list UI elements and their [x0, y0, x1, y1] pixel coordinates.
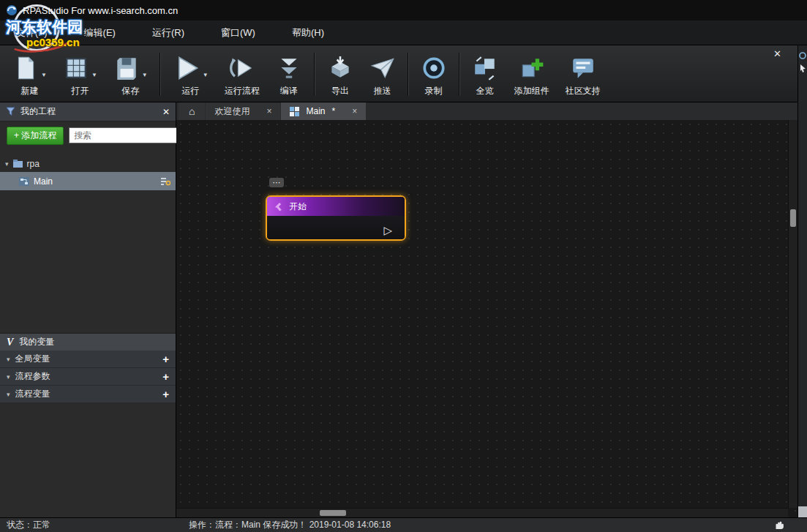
var-group-flow-label: 流程变量 — [15, 388, 50, 400]
app-window: RPAStudio For www.i-search.com.cn 文件(F) … — [0, 0, 807, 532]
new-button[interactable]: ▼ 新建 — [4, 48, 55, 100]
open-button[interactable]: ▼ 打开 — [55, 48, 105, 100]
variables-panel-title: 我的变量 — [19, 336, 54, 348]
var-group-global[interactable]: ▾ 全局变量 + — [0, 351, 176, 368]
run-flow-button[interactable]: 运行流程 — [217, 48, 268, 100]
add-global-variable-button[interactable]: + — [162, 354, 169, 364]
run-flow-icon — [228, 54, 256, 82]
tab-welcome[interactable]: 欢迎使用 × — [206, 102, 280, 120]
record-icon — [421, 55, 447, 81]
push-button[interactable]: 推送 — [361, 48, 404, 100]
var-group-params[interactable]: ▾ 流程参数 + — [0, 368, 176, 386]
var-group-params-label: 流程参数 — [15, 370, 50, 383]
tree-item-rpa[interactable]: ▾ rpa — [0, 155, 176, 172]
save-button[interactable]: ▼ 保存 — [105, 48, 156, 100]
ellipsis-icon: ⋯ — [273, 178, 281, 187]
horizontal-scrollbar[interactable] — [176, 508, 788, 517]
status-state: 状态：正常 — [0, 519, 189, 531]
variables-panel-header: V 我的变量 — [0, 333, 176, 351]
projects-panel-header: 我的工程 ✕ — [0, 102, 176, 121]
add-flow-param-button[interactable]: + — [162, 372, 169, 382]
project-tree: ▾ rpa Main — [0, 149, 176, 333]
project-icon — [13, 160, 23, 168]
tree-item-main[interactable]: Main — [0, 172, 176, 190]
dock-cursor-icon[interactable] — [800, 64, 806, 72]
tree-item-rpa-label: rpa — [27, 159, 40, 169]
flow-settings-icon[interactable] — [160, 177, 170, 186]
open-icon — [63, 55, 89, 81]
expander-icon[interactable]: ▾ — [5, 160, 9, 168]
add-flow-variable-button[interactable]: + — [162, 389, 169, 400]
tab-main-modified-mark: * — [332, 106, 336, 116]
corner-grip — [798, 506, 807, 517]
window-title: RPAStudio For www.i-search.com.cn — [23, 5, 178, 16]
expander-icon[interactable]: ▾ — [7, 391, 10, 398]
pointer-icon — [274, 202, 283, 211]
flow-file-icon — [19, 177, 29, 186]
tab-close-icon[interactable]: × — [266, 106, 271, 116]
push-icon — [369, 55, 396, 81]
grid-icon — [290, 107, 299, 116]
start-node-body: ▷ — [267, 216, 405, 239]
toolbar-separator — [314, 53, 315, 96]
menu-item-window[interactable]: 窗口(W) — [211, 22, 266, 44]
vertical-scrollbar[interactable] — [788, 120, 797, 508]
projects-panel: 我的工程 ✕ + 添加流程 ▾ rpa — [0, 102, 176, 517]
dropdown-arrow-icon[interactable]: ▼ — [91, 72, 97, 78]
add-flow-button[interactable]: + 添加流程 — [7, 127, 64, 145]
node-menu-badge[interactable]: ⋯ — [269, 178, 284, 187]
dropdown-arrow-icon[interactable]: ▼ — [142, 72, 148, 78]
var-group-flow[interactable]: ▾ 流程变量 + — [0, 386, 176, 403]
dock-record-icon[interactable] — [799, 52, 806, 59]
status-message: 操作：流程：Main 保存成功！ 2019-01-08 14:06:18 — [189, 519, 807, 531]
add-component-button[interactable]: 添加组件 — [506, 48, 558, 100]
overview-icon — [472, 55, 498, 81]
horizontal-scrollbar-thumb[interactable] — [320, 510, 346, 516]
save-icon — [113, 55, 140, 81]
record-button[interactable]: 录制 — [413, 48, 455, 100]
node-play-icon[interactable]: ▷ — [383, 224, 392, 237]
dropdown-arrow-icon[interactable]: ▼ — [203, 72, 209, 78]
toolbar-separator — [159, 53, 161, 96]
tree-item-main-label: Main — [34, 176, 53, 187]
menu-item-run[interactable]: 运行(R) — [142, 22, 195, 44]
export-button[interactable]: 导出 — [319, 48, 361, 100]
hand-icon[interactable] — [774, 520, 785, 532]
community-support-button[interactable]: 社区支持 — [558, 48, 609, 100]
home-icon: ⌂ — [189, 105, 195, 117]
dropdown-arrow-icon[interactable]: ▼ — [41, 72, 47, 78]
menu-item-help[interactable]: 帮助(H) — [282, 22, 334, 44]
projects-panel-tools: + 添加流程 — [0, 121, 176, 149]
start-node-title: 开始 — [289, 201, 307, 213]
add-component-icon — [519, 55, 545, 81]
start-node-header: 开始 — [267, 197, 405, 216]
community-chat-icon — [570, 55, 596, 81]
toolbar-separator — [408, 53, 409, 96]
titlebar: RPAStudio For www.i-search.com.cn — [0, 0, 807, 20]
app-logo-icon — [6, 4, 18, 16]
search-input[interactable] — [70, 130, 192, 141]
var-group-global-label: 全局变量 — [15, 353, 50, 365]
flow-canvas[interactable]: ⋯ 开始 ▷ — [176, 120, 797, 517]
run-button[interactable]: ▼ 运行 — [165, 48, 217, 100]
compile-icon — [276, 55, 302, 81]
workspace: 我的工程 ✕ + 添加流程 ▾ rpa — [0, 102, 807, 517]
start-node[interactable]: 开始 ▷ — [266, 195, 406, 241]
project-filter-icon — [6, 107, 15, 116]
editor-area: ⌂ 欢迎使用 × Main * × ⋯ — [176, 102, 797, 517]
menu-item-file[interactable]: 文件(F) — [6, 22, 58, 44]
vertical-scrollbar-thumb[interactable] — [790, 209, 796, 227]
menu-item-edit[interactable]: 编辑(E) — [74, 22, 126, 44]
tab-close-icon[interactable]: × — [352, 106, 357, 116]
expander-icon[interactable]: ▾ — [7, 356, 10, 363]
projects-panel-close-icon[interactable]: ✕ — [162, 107, 170, 117]
tab-home[interactable]: ⌂ — [179, 102, 205, 120]
toolbar-close-icon[interactable]: ✕ — [773, 48, 781, 59]
new-document-icon — [12, 55, 39, 81]
overview-button[interactable]: 全览 — [464, 48, 506, 100]
expander-icon[interactable]: ▾ — [7, 373, 10, 381]
tab-main[interactable]: Main * × — [281, 102, 366, 120]
statusbar: 状态：正常 操作：流程：Main 保存成功！ 2019-01-08 14:06:… — [0, 517, 807, 532]
toolbar: ▼ 新建 ▼ 打开 ▼ 保存 ▼ 运行 运行流程 编译 — [0, 45, 797, 102]
compile-button[interactable]: 编译 — [268, 48, 310, 100]
